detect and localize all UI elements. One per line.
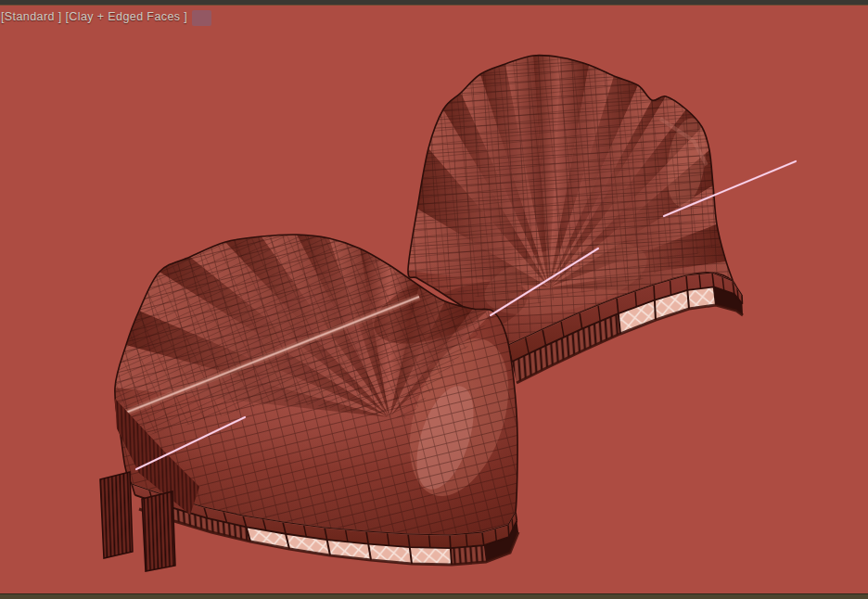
viewport-shading-label[interactable]: [Standard ] [Clay + Edged Faces ] [1,10,187,23]
viewport-bottom-border [0,593,868,599]
viewport-top-border [0,0,868,6]
viewport-canvas[interactable] [0,0,868,599]
viewport-3d[interactable]: [Standard ] [Clay + Edged Faces ] [0,0,868,599]
selection-region-box [192,10,211,26]
